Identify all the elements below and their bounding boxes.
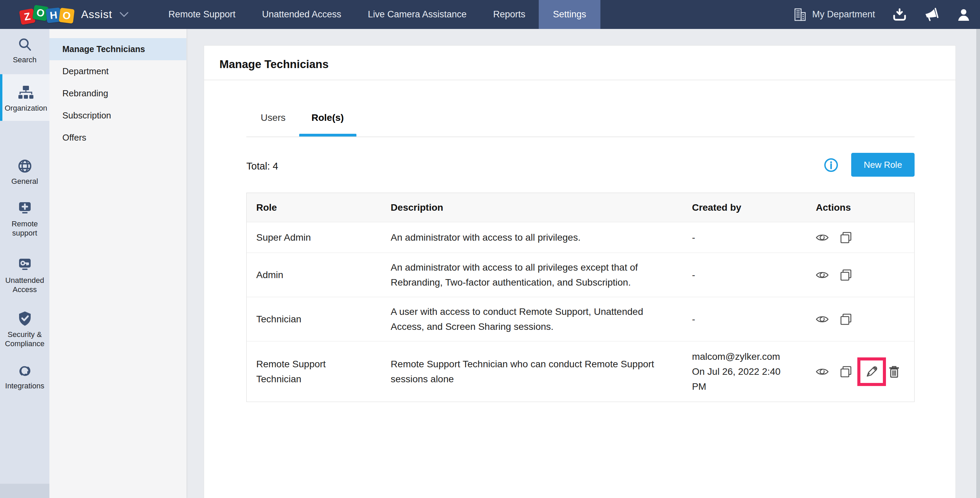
column-header-created-by: Created by — [678, 202, 808, 213]
sidebar-item-label: Integrations — [0, 381, 49, 390]
integrations-sync-icon — [0, 364, 49, 378]
table-row: Remote Support Technician Remote Support… — [247, 341, 914, 402]
nav-item-reports[interactable]: Reports — [480, 0, 539, 29]
total-count-label: Total: 4 — [247, 161, 278, 172]
primary-nav: Remote Support Unattended Access Live Ca… — [155, 0, 600, 29]
settings-item-department[interactable]: Department — [49, 60, 186, 82]
sidebar-item-general[interactable]: General — [0, 159, 49, 186]
nav-item-unattended-access[interactable]: Unattended Access — [249, 0, 355, 29]
edit-action-highlight-box — [858, 357, 886, 386]
edit-role-icon[interactable] — [865, 366, 878, 378]
vertical-scrollbar[interactable] — [976, 29, 980, 498]
monitor-plus-icon — [0, 201, 49, 216]
content-card: Manage Technicians Users Role(s) Total: … — [204, 45, 956, 498]
table-row: Admin An administrator with access to al… — [247, 252, 914, 297]
column-header-actions: Actions — [808, 202, 914, 213]
view-role-icon[interactable] — [816, 315, 829, 324]
settings-item-manage-technicians[interactable]: Manage Technicians — [49, 38, 186, 60]
sidebar-item-partial-icon — [20, 494, 30, 498]
department-name: My Department — [812, 9, 875, 20]
sidebar-item-organization[interactable]: Organization — [0, 74, 49, 121]
nav-item-settings[interactable]: Settings — [539, 0, 601, 29]
main-area: Manage Technicians Users Role(s) Total: … — [187, 29, 980, 498]
sidebar-item-label: General — [0, 177, 49, 186]
settings-item-offers[interactable]: Offers — [49, 127, 186, 149]
role-name: Super Admin — [256, 230, 372, 245]
column-header-role: Role — [247, 202, 382, 213]
role-created-by: - — [692, 268, 791, 282]
title-divider — [204, 80, 956, 80]
role-created-by: - — [692, 312, 791, 327]
org-hierarchy-icon — [2, 85, 49, 100]
brand[interactable]: Z O H O Assist — [20, 0, 129, 29]
info-icon[interactable] — [824, 158, 838, 173]
sidebar-item-security-compliance[interactable]: Security & Compliance — [0, 311, 49, 348]
sidebar-item-label: Unattended Access — [0, 276, 49, 294]
table-row: Technician A user with access to conduct… — [247, 297, 914, 341]
table-header-row: Role Description Created by Actions — [247, 193, 914, 222]
globe-icon — [0, 159, 49, 173]
tabs-baseline — [247, 136, 915, 137]
search-icon — [0, 37, 49, 52]
department-switcher[interactable]: My Department — [794, 8, 875, 21]
role-description: An administrator with access to all priv… — [391, 260, 663, 290]
role-name: Remote Support Technician — [256, 357, 372, 387]
role-description: Remote Support Technician who can conduc… — [391, 357, 663, 387]
column-header-description: Description — [382, 202, 678, 213]
role-description: A user with access to conduct Remote Sup… — [391, 305, 663, 334]
view-role-icon[interactable] — [816, 271, 829, 279]
role-name: Technician — [256, 312, 372, 327]
view-role-icon[interactable] — [816, 367, 829, 376]
shield-check-icon — [0, 311, 49, 327]
new-role-button[interactable]: New Role — [851, 153, 915, 177]
copy-role-icon[interactable] — [840, 269, 852, 281]
left-sidebar: Search Organization General — [0, 29, 49, 498]
product-name: Assist — [81, 8, 112, 21]
nav-item-live-camera-assistance[interactable]: Live Camera Assistance — [355, 0, 480, 29]
copy-role-icon[interactable] — [840, 313, 852, 325]
tab-roles[interactable]: Role(s) — [312, 112, 344, 123]
top-navbar: Z O H O Assist Remote Support Unattended… — [0, 0, 980, 29]
role-name: Admin — [256, 268, 372, 282]
settings-item-rebranding[interactable]: Rebranding — [49, 82, 186, 105]
sidebar-item-remote-support[interactable]: Remote support — [0, 201, 49, 238]
download-icon[interactable] — [893, 8, 907, 21]
sidebar-item-unattended-access[interactable]: Unattended Access — [0, 258, 49, 294]
table-row: Super Admin An administrator with access… — [247, 222, 914, 252]
role-created-by: malcom@zylker.com On Jul 26, 2022 2:40 P… — [692, 349, 791, 394]
chevron-down-icon[interactable] — [119, 12, 129, 17]
sidebar-item-integrations[interactable]: Integrations — [0, 364, 49, 390]
nav-item-remote-support[interactable]: Remote Support — [155, 0, 249, 29]
roles-table: Role Description Created by Actions Supe… — [247, 193, 915, 402]
topnav-right-group: My Department — [794, 0, 970, 29]
copy-role-icon[interactable] — [840, 232, 852, 244]
settings-item-subscription[interactable]: Subscription — [49, 105, 186, 127]
page-title: Manage Technicians — [220, 58, 328, 71]
role-created-by: - — [692, 230, 791, 245]
sidebar-item-label: Remote support — [0, 219, 49, 238]
sidebar-item-label: Security & Compliance — [0, 330, 49, 348]
sidebar-item-label: Organization — [2, 103, 49, 113]
sidebar-item-search[interactable]: Search — [0, 37, 49, 64]
sidebar-item-label: Search — [0, 55, 49, 64]
monitor-key-icon — [0, 258, 49, 272]
user-account-icon[interactable] — [957, 8, 970, 21]
building-icon — [794, 8, 807, 21]
announcements-icon[interactable] — [924, 8, 939, 21]
view-role-icon[interactable] — [816, 233, 829, 242]
delete-role-icon[interactable] — [888, 365, 900, 378]
copy-role-icon[interactable] — [840, 366, 852, 378]
tab-users[interactable]: Users — [261, 112, 286, 123]
settings-sidebar: Manage Technicians Department Rebranding… — [49, 29, 187, 498]
role-description: An administrator with access to all priv… — [391, 230, 663, 245]
zoho-logo: Z O H O — [20, 8, 73, 22]
zoho-logo-letter: O — [59, 8, 75, 24]
